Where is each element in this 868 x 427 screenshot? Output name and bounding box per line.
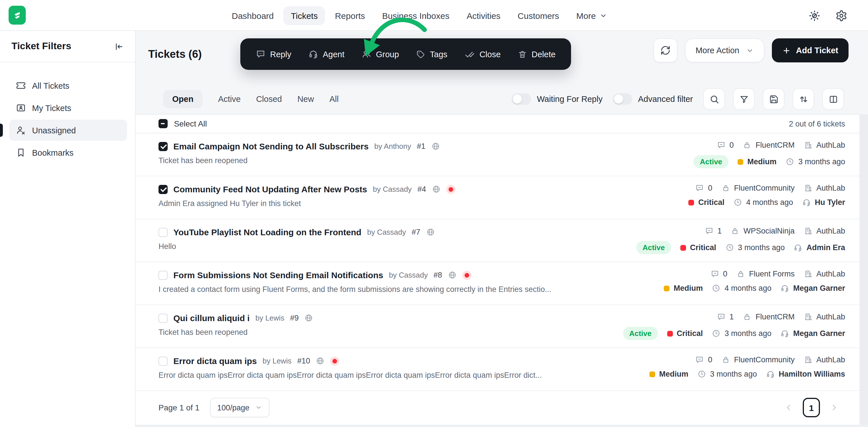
nav-dashboard[interactable]: Dashboard xyxy=(224,6,281,25)
nav-tickets[interactable]: Tickets xyxy=(283,6,325,25)
building-icon xyxy=(804,270,812,278)
ticket-company: AuthLab xyxy=(804,356,845,364)
waiting-for-reply-label: Waiting For Reply xyxy=(537,94,602,103)
selection-summary: 2 out of 6 tickets xyxy=(789,119,845,128)
ticket-id: #10 xyxy=(297,357,310,365)
comment-icon xyxy=(717,141,725,149)
clock-icon xyxy=(725,243,734,252)
sidebar-menu: All Tickets My Tickets Unassigned Bookma… xyxy=(0,62,135,163)
select-all[interactable]: Select All xyxy=(158,119,207,128)
theme-toggle-icon[interactable] xyxy=(808,9,820,22)
per-page-value: 100/page xyxy=(217,403,249,412)
ticket-checkbox[interactable] xyxy=(158,142,168,151)
ticket-title[interactable]: Email Campaign Not Sending to All Subscr… xyxy=(174,142,369,151)
ticket-title[interactable]: Error dicta quam ips xyxy=(174,356,257,366)
ticket-title[interactable]: YouTube Playlist Not Loading on the Fron… xyxy=(174,227,361,237)
bulk-group-button[interactable]: Group xyxy=(362,49,399,59)
ticket-time: 3 months ago xyxy=(712,329,772,338)
bottom-edge xyxy=(135,425,868,427)
bulk-delete-button[interactable]: Delete xyxy=(518,50,556,59)
ticket-id: #8 xyxy=(433,271,442,279)
page-info: Page 1 of 1 xyxy=(158,403,199,412)
ticket-excerpt: Hello xyxy=(158,242,435,251)
bulk-tags-button[interactable]: Tags xyxy=(416,50,447,59)
advanced-filter-toggle[interactable] xyxy=(613,93,632,105)
brand-logo[interactable] xyxy=(8,6,26,25)
ticket-title[interactable]: Form Submissions Not Sending Email Notif… xyxy=(174,270,383,280)
add-ticket-button[interactable]: Add Ticket xyxy=(772,38,848,62)
sidebar-header: Ticket Filters xyxy=(0,31,135,62)
filter-button[interactable] xyxy=(733,88,755,110)
priority-square xyxy=(689,200,694,205)
save-view-button[interactable] xyxy=(763,88,784,110)
comment-count: 0 xyxy=(717,141,734,149)
ticket-id: #1 xyxy=(417,142,426,151)
tab-all[interactable]: All xyxy=(329,94,338,103)
settings-gear-icon[interactable] xyxy=(835,9,847,22)
unread-dot xyxy=(446,185,455,194)
sidebar-item-all-tickets[interactable]: All Tickets xyxy=(9,75,127,96)
bulk-agent-button[interactable]: Agent xyxy=(308,49,344,59)
search-icon xyxy=(709,94,719,104)
nav-reports[interactable]: Reports xyxy=(328,6,372,25)
table-row[interactable]: Community Feed Not Updating After New Po… xyxy=(135,176,860,219)
table-row[interactable]: Email Campaign Not Sending to All Subscr… xyxy=(135,133,860,176)
ticket-checkbox[interactable] xyxy=(158,185,168,194)
comment-icon xyxy=(710,270,719,278)
search-button[interactable] xyxy=(703,88,725,110)
reply-comment-icon xyxy=(256,49,266,59)
ticket-priority: Medium xyxy=(664,284,703,293)
ticket-title[interactable]: Qui cillum aliquid i xyxy=(174,313,250,323)
refresh-button[interactable] xyxy=(653,38,677,62)
sidebar-item-bookmarks[interactable]: Bookmarks xyxy=(9,142,127,163)
table-row[interactable]: Error dicta quam ips by Lewis #10 Error … xyxy=(135,348,860,391)
sort-button[interactable] xyxy=(793,88,814,110)
bulk-close-button[interactable]: Close xyxy=(465,49,501,59)
more-action-button[interactable]: More Action xyxy=(685,38,765,62)
ticket-checkbox[interactable] xyxy=(158,227,168,237)
select-all-checkbox[interactable] xyxy=(158,119,168,128)
ticket-product: FluentCRM xyxy=(743,312,795,321)
tab-active[interactable]: Active xyxy=(218,94,241,103)
active-item-indicator xyxy=(0,124,3,137)
nav-more[interactable]: More xyxy=(569,6,615,25)
prev-page-button[interactable] xyxy=(784,403,793,412)
ticket-title[interactable]: Community Feed Not Updating After New Po… xyxy=(174,184,367,194)
clock-icon xyxy=(785,157,794,166)
ticket-checkbox[interactable] xyxy=(158,313,168,323)
ticket-checkbox[interactable] xyxy=(158,356,168,365)
waiting-for-reply-toggle[interactable] xyxy=(512,93,531,105)
page-number-button[interactable]: 1 xyxy=(803,398,820,417)
nav-customers[interactable]: Customers xyxy=(510,6,566,25)
table-row[interactable]: Qui cillum aliquid i by Lewis #9 Ticket … xyxy=(135,305,860,348)
tab-closed[interactable]: Closed xyxy=(256,94,282,103)
scroll-gutter[interactable] xyxy=(860,115,868,427)
tab-open[interactable]: Open xyxy=(163,90,203,108)
table-row[interactable]: YouTube Playlist Not Loading on the Fron… xyxy=(135,219,860,262)
chevron-left-icon xyxy=(784,403,793,412)
select-all-row: Select All 2 out of 6 tickets xyxy=(135,115,860,133)
ticket-excerpt: Error dicta quam ipsError dicta quam ips… xyxy=(158,371,542,379)
bulk-label: Tags xyxy=(430,50,447,59)
bulk-reply-button[interactable]: Reply xyxy=(256,49,291,59)
comment-count: 1 xyxy=(717,312,734,321)
nav-activities[interactable]: Activities xyxy=(459,6,508,25)
tab-new[interactable]: New xyxy=(297,94,314,103)
ticket-agent: Megan Garner xyxy=(780,329,845,338)
per-page-select[interactable]: 100/page xyxy=(210,398,270,417)
ticket-checkbox[interactable] xyxy=(158,270,168,280)
sidebar-item-unassigned[interactable]: Unassigned xyxy=(9,120,127,141)
globe-icon xyxy=(426,228,435,236)
columns-button[interactable] xyxy=(822,88,844,110)
nav-business-inboxes[interactable]: Business Inboxes xyxy=(375,6,457,25)
next-page-button[interactable] xyxy=(830,403,839,412)
collapse-sidebar-icon[interactable] xyxy=(114,41,124,51)
table-row[interactable]: Form Submissions Not Sending Email Notif… xyxy=(135,262,860,305)
sidebar-item-my-tickets[interactable]: My Tickets xyxy=(9,97,127,119)
top-navbar: Dashboard Tickets Reports Business Inbox… xyxy=(0,0,868,31)
headset-icon xyxy=(766,370,775,378)
comment-icon xyxy=(705,227,714,235)
ticket-agent: Hamilton Williams xyxy=(766,370,845,378)
clock-icon xyxy=(712,284,721,293)
bulk-actions-toolbar: Reply Agent Group Tags Close Delete xyxy=(240,38,571,70)
